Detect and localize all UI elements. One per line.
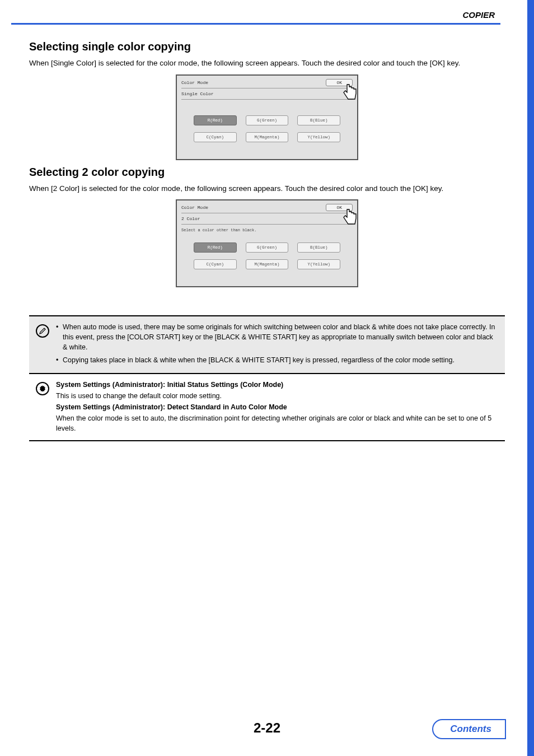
yellow-button[interactable]: Y(Yellow) bbox=[297, 259, 340, 269]
panel2-hint: Select a color other than black. bbox=[181, 227, 353, 236]
panel2-title: Color Mode bbox=[181, 205, 208, 210]
page-header: COPIER bbox=[0, 0, 534, 25]
admin-title-2: System Settings (Administrator): Detect … bbox=[56, 402, 497, 412]
admin-box: System Settings (Administrator): Initial… bbox=[29, 374, 505, 442]
magenta-button[interactable]: M(Magenta) bbox=[246, 259, 289, 269]
red-button[interactable]: R(Red) bbox=[194, 115, 237, 125]
section2-heading: Selecting 2 color copying bbox=[29, 166, 505, 179]
note-box: When auto mode is used, there may be som… bbox=[29, 315, 505, 374]
pencil-icon bbox=[36, 324, 49, 338]
admin-title-1: System Settings (Administrator): Initial… bbox=[56, 380, 497, 390]
cyan-button[interactable]: C(Cyan) bbox=[194, 259, 237, 269]
note-item-1: When auto mode is used, there may be som… bbox=[56, 322, 497, 352]
two-color-panel: Color Mode OK 2 Color Select a color oth… bbox=[176, 199, 358, 287]
note-item-2: Copying takes place in black & white whe… bbox=[56, 355, 497, 365]
admin-body-2: When the color mode is set to auto, the … bbox=[56, 413, 497, 433]
panel1-subtitle: Single Color bbox=[181, 88, 353, 100]
header-title: COPIER bbox=[0, 10, 512, 20]
section1-heading: Selecting single color copying bbox=[29, 40, 505, 53]
section1-body: When [Single Color] is selected for the … bbox=[29, 58, 505, 69]
pointer-icon bbox=[341, 207, 360, 226]
cyan-button[interactable]: C(Cyan) bbox=[194, 132, 237, 142]
single-color-panel: Color Mode OK Single Color R(Red) G(Gree… bbox=[176, 74, 358, 160]
gear-icon bbox=[36, 382, 49, 395]
red-button[interactable]: R(Red) bbox=[194, 242, 237, 253]
green-button[interactable]: G(Green) bbox=[246, 242, 289, 253]
panel2-subtitle: 2 Color bbox=[181, 213, 353, 225]
green-button[interactable]: G(Green) bbox=[246, 115, 289, 125]
panel1-title: Color Mode bbox=[181, 80, 208, 85]
blue-button[interactable]: B(Blue) bbox=[297, 115, 340, 125]
admin-body-1: This is used to change the default color… bbox=[56, 391, 497, 401]
yellow-button[interactable]: Y(Yellow) bbox=[297, 132, 340, 142]
section2-body: When [2 Color] is selected for the color… bbox=[29, 183, 505, 194]
magenta-button[interactable]: M(Magenta) bbox=[246, 132, 289, 142]
blue-button[interactable]: B(Blue) bbox=[297, 242, 340, 253]
contents-button[interactable]: Contents bbox=[432, 719, 506, 739]
pointer-icon bbox=[341, 82, 360, 101]
page-edge bbox=[527, 0, 534, 756]
